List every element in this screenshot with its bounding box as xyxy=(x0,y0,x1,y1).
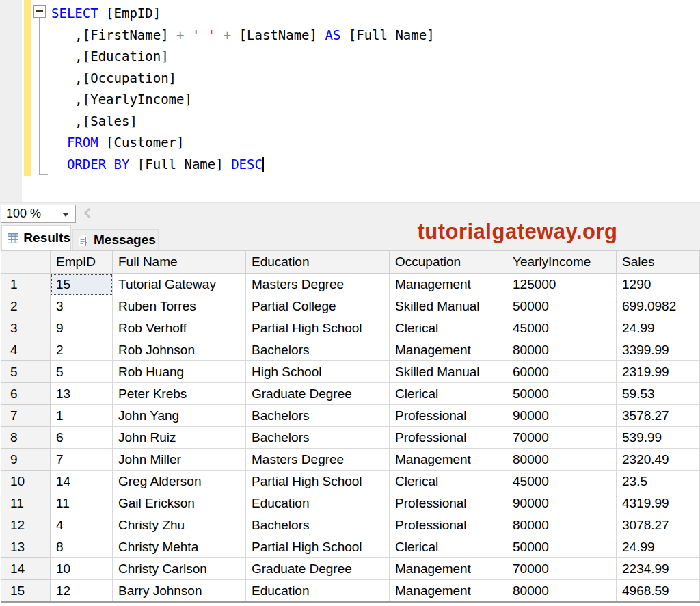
grid-cell[interactable]: 70000 xyxy=(507,558,617,580)
grid-cell[interactable]: Management xyxy=(390,558,507,580)
zoom-level-select[interactable]: 100 % xyxy=(1,205,76,223)
grid-cell[interactable]: Christy Carlson xyxy=(113,558,246,580)
grid-cell[interactable]: 24.99 xyxy=(617,536,700,558)
grid-cell[interactable]: 4 xyxy=(51,514,113,536)
grid-cell[interactable]: 8 xyxy=(51,536,113,558)
grid-cell[interactable]: 12 xyxy=(51,580,113,603)
row-number-cell[interactable]: 15 xyxy=(1,580,51,603)
grid-cell[interactable]: High School xyxy=(246,361,390,383)
column-header-occupation[interactable]: Occupation xyxy=(390,251,507,274)
grid-cell[interactable]: 80000 xyxy=(507,339,617,361)
sql-editor[interactable]: SELECT [EmpID] ,[FirstName] + ' ' + [Las… xyxy=(0,0,700,202)
sql-code[interactable]: SELECT [EmpID] ,[FirstName] + ' ' + [Las… xyxy=(51,3,435,175)
grid-cell[interactable]: 4968.59 xyxy=(617,580,700,603)
grid-cell[interactable]: Ruben Torres xyxy=(113,295,246,317)
grid-cell[interactable]: Management xyxy=(390,339,507,361)
grid-cell[interactable]: Partial College xyxy=(246,295,390,317)
grid-cell[interactable]: Bachelors xyxy=(246,405,390,427)
grid-cell[interactable]: 1 xyxy=(51,405,113,427)
grid-cell[interactable]: Clerical xyxy=(390,471,507,492)
row-number-cell[interactable]: 7 xyxy=(1,405,51,427)
grid-cell[interactable]: 7 xyxy=(51,449,113,471)
grid-cell[interactable]: Graduate Degree xyxy=(246,383,390,405)
grid-cell[interactable]: 50000 xyxy=(507,536,617,558)
row-number-cell[interactable]: 9 xyxy=(1,449,51,471)
row-number-cell[interactable]: 6 xyxy=(1,383,51,405)
grid-cell[interactable]: 23.5 xyxy=(617,471,700,492)
grid-cell[interactable]: Education xyxy=(246,492,390,514)
grid-cell[interactable]: John Yang xyxy=(113,405,246,427)
grid-cell[interactable]: Professional xyxy=(390,405,507,427)
grid-cell[interactable]: 15 xyxy=(51,274,113,295)
row-number-cell[interactable]: 3 xyxy=(1,317,51,339)
grid-cell[interactable]: Clerical xyxy=(390,317,507,339)
grid-cell[interactable]: Tutorial Gateway xyxy=(113,274,246,295)
grid-cell[interactable]: 4319.99 xyxy=(617,492,700,514)
column-header-sales[interactable]: Sales xyxy=(617,251,700,274)
grid-cell[interactable]: Partial High School xyxy=(246,317,390,339)
grid-cell[interactable]: 5 xyxy=(51,361,113,383)
grid-cell[interactable]: 2 xyxy=(51,339,113,361)
grid-cell[interactable]: 539.99 xyxy=(617,427,700,449)
grid-cell[interactable]: Professional xyxy=(390,514,507,536)
grid-cell[interactable]: Bachelors xyxy=(246,427,390,449)
grid-cell[interactable]: 50000 xyxy=(507,295,617,317)
grid-cell[interactable]: Professional xyxy=(390,492,507,514)
row-number-cell[interactable]: 14 xyxy=(1,558,51,580)
grid-cell[interactable]: Rob Verhoff xyxy=(113,317,246,339)
grid-cell[interactable]: Education xyxy=(246,580,390,603)
grid-cell[interactable]: 3399.99 xyxy=(617,339,700,361)
row-number-cell[interactable]: 11 xyxy=(1,492,51,514)
grid-cell[interactable]: 3578.27 xyxy=(617,405,700,427)
column-header-education[interactable]: Education xyxy=(246,251,390,274)
grid-cell[interactable]: 50000 xyxy=(507,383,617,405)
grid-cell[interactable]: Masters Degree xyxy=(246,449,390,471)
row-number-cell[interactable]: 10 xyxy=(1,471,51,492)
row-number-cell[interactable]: 1 xyxy=(1,274,51,295)
tab-messages[interactable]: Messages xyxy=(72,229,159,250)
collapse-minus-icon[interactable] xyxy=(33,5,46,18)
grid-cell[interactable]: John Miller xyxy=(113,449,246,471)
grid-cell[interactable]: Christy Zhu xyxy=(113,514,246,536)
grid-cell[interactable]: Management xyxy=(390,274,507,295)
grid-cell[interactable]: Professional xyxy=(390,427,507,449)
grid-cell[interactable]: Management xyxy=(390,449,507,471)
tab-results[interactable]: Results xyxy=(1,225,71,250)
grid-cell[interactable]: 80000 xyxy=(507,580,617,603)
grid-cell[interactable]: Clerical xyxy=(390,536,507,558)
grid-cell[interactable]: Peter Krebs xyxy=(113,383,246,405)
grid-cell[interactable]: 3 xyxy=(51,295,113,317)
row-number-cell[interactable]: 2 xyxy=(1,295,51,317)
grid-cell[interactable]: Management xyxy=(390,580,507,603)
grid-cell[interactable]: 60000 xyxy=(507,361,617,383)
grid-cell[interactable]: Skilled Manual xyxy=(390,295,507,317)
grid-cell[interactable]: Skilled Manual xyxy=(390,361,507,383)
column-header-empid[interactable]: EmpID xyxy=(51,251,113,274)
grid-cell[interactable]: Christy Mehta xyxy=(113,536,246,558)
grid-cell[interactable]: 1290 xyxy=(617,274,700,295)
grid-cell[interactable]: 80000 xyxy=(507,514,617,536)
grid-cell[interactable]: Bachelors xyxy=(246,514,390,536)
grid-cell[interactable]: Bachelors xyxy=(246,339,390,361)
row-number-cell[interactable]: 13 xyxy=(1,536,51,558)
grid-cell[interactable]: 70000 xyxy=(507,427,617,449)
grid-cell[interactable]: 6 xyxy=(51,427,113,449)
grid-cell[interactable]: Greg Alderson xyxy=(113,471,246,492)
grid-cell[interactable]: Rob Huang xyxy=(113,361,246,383)
grid-cell[interactable]: 10 xyxy=(51,558,113,580)
grid-cell[interactable]: Masters Degree xyxy=(246,274,390,295)
grid-cell[interactable]: Rob Johnson xyxy=(113,339,246,361)
column-header-yearlyincome[interactable]: YearlyIncome xyxy=(507,251,617,274)
grid-cell[interactable]: 2234.99 xyxy=(617,558,700,580)
grid-cell[interactable]: 24.99 xyxy=(617,317,700,339)
row-number-cell[interactable]: 5 xyxy=(1,361,51,383)
grid-cell[interactable]: Partial High School xyxy=(246,536,390,558)
grid-cell[interactable]: 3078.27 xyxy=(617,514,700,536)
grid-cell[interactable]: 11 xyxy=(51,492,113,514)
grid-cell[interactable]: John Ruiz xyxy=(113,427,246,449)
grid-cell[interactable]: 2320.49 xyxy=(617,449,700,471)
grid-cell[interactable]: 59.53 xyxy=(617,383,700,405)
grid-cell[interactable]: 125000 xyxy=(507,274,617,295)
grid-cell[interactable]: Graduate Degree xyxy=(246,558,390,580)
tab-scroll-left-button[interactable] xyxy=(83,208,95,220)
